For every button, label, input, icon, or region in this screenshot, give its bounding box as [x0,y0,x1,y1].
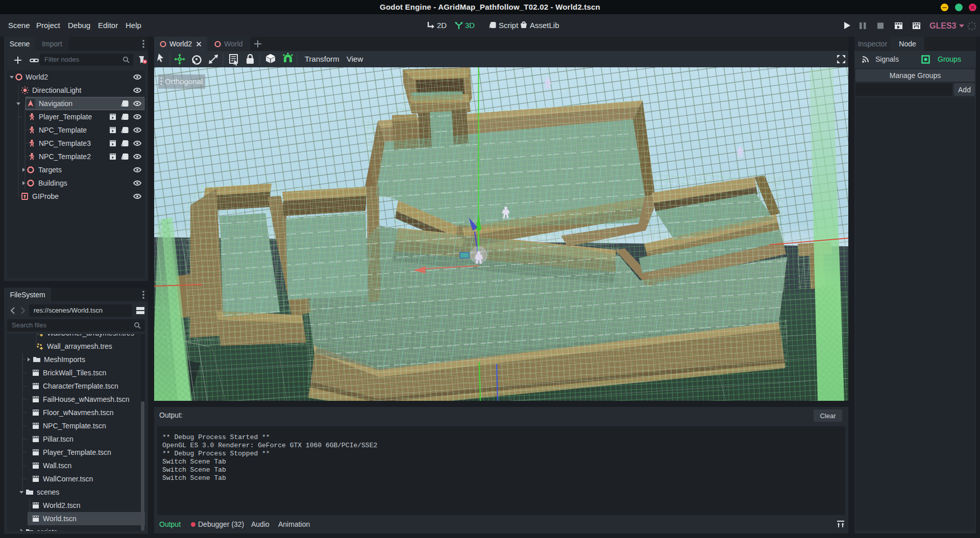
svg-text:Buildings: Buildings [38,179,67,187]
svg-text:Wall_arraymesh.tres: Wall_arraymesh.tres [47,342,112,350]
svg-text:WallCorner_arraymesh.tres: WallCorner_arraymesh.tres [47,334,134,337]
svg-text:CharacterTemplate.tscn: CharacterTemplate.tscn [43,382,118,390]
svg-text:NPC_Template: NPC_Template [39,126,87,134]
svg-text:Player_Template: Player_Template [39,113,92,121]
svg-text:World.tscn: World.tscn [43,515,77,523]
svg-text:NPC_Template2: NPC_Template2 [39,152,91,161]
svg-text:GLES3: GLES3 [929,21,957,30]
svg-text:Player_Template.tscn: Player_Template.tscn [43,448,111,456]
svg-text:World2.tscn: World2.tscn [43,501,81,509]
svg-text:BrickWall_Tiles.tscn: BrickWall_Tiles.tscn [43,369,106,377]
svg-text:scenes: scenes [37,488,59,496]
svg-text:FailHouse_wNavmesh.tscn: FailHouse_wNavmesh.tscn [43,395,130,403]
svg-text:GIProbe: GIProbe [32,192,59,200]
svg-text:WallCorner.tscn: WallCorner.tscn [43,475,93,483]
svg-text:DirectionalLight: DirectionalLight [32,86,82,94]
svg-text:NPC_Template.tscn: NPC_Template.tscn [43,422,106,430]
svg-text:World2: World2 [26,73,48,81]
svg-text:View: View [347,55,363,63]
svg-text:Orthogonal: Orthogonal [165,77,203,86]
svg-text:Pillar.tscn: Pillar.tscn [43,435,74,443]
svg-text:scripts: scripts [37,528,57,531]
svg-text:Floor_wNavmesh.tscn: Floor_wNavmesh.tscn [43,408,114,417]
svg-text:Transform: Transform [305,55,339,63]
svg-text:Targets: Targets [38,166,62,174]
svg-text:MeshImports: MeshImports [44,355,85,364]
svg-text:Wall.tscn: Wall.tscn [43,462,71,470]
svg-text:NPC_Template3: NPC_Template3 [39,139,91,147]
svg-text:Navigation: Navigation [39,99,72,108]
